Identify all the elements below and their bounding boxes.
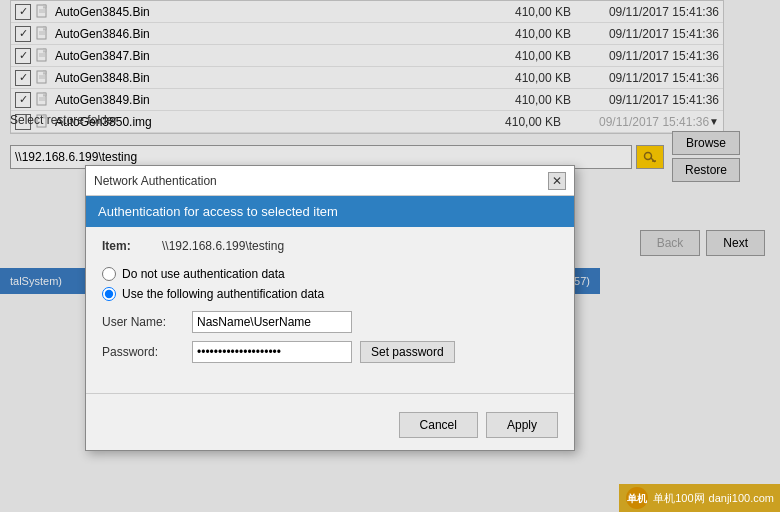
apply-button[interactable]: Apply (486, 412, 558, 438)
item-row: Item: \\192.168.6.199\testing (102, 239, 558, 253)
dialog-close-button[interactable]: ✕ (548, 172, 566, 190)
radio-use-auth[interactable] (102, 287, 116, 301)
radio-use-auth-row: Use the following authentification data (102, 287, 558, 301)
radio-use-auth-label: Use the following authentification data (122, 287, 324, 301)
watermark-icon: 单机 (625, 486, 649, 510)
watermark: 单机 单机100网 danji100.com (619, 484, 780, 512)
password-label: Password: (102, 345, 192, 359)
username-row: User Name: (102, 311, 558, 333)
watermark-domain: danji100.com (709, 492, 774, 504)
password-input[interactable] (192, 341, 352, 363)
dialog-header-text: Authentication for access to selected it… (98, 204, 338, 219)
password-row: Password: Set password (102, 341, 558, 363)
svg-text:单机: 单机 (627, 493, 648, 504)
dialog-footer: Cancel Apply (86, 404, 574, 450)
radio-no-auth-row: Do not use authentication data (102, 267, 558, 281)
dialog-title: Network Authentication (94, 174, 217, 188)
set-password-button[interactable]: Set password (360, 341, 455, 363)
dialog-titlebar: Network Authentication ✕ (86, 166, 574, 196)
network-auth-dialog: Network Authentication ✕ Authentication … (85, 165, 575, 451)
username-label: User Name: (102, 315, 192, 329)
dialog-header: Authentication for access to selected it… (86, 196, 574, 227)
username-input[interactable] (192, 311, 352, 333)
item-value: \\192.168.6.199\testing (162, 239, 284, 253)
item-label: Item: (102, 239, 162, 253)
cancel-button[interactable]: Cancel (399, 412, 478, 438)
watermark-text: 单机100网 (653, 491, 704, 506)
radio-no-auth-label: Do not use authentication data (122, 267, 285, 281)
dialog-body: Item: \\192.168.6.199\testing Do not use… (86, 227, 574, 383)
radio-no-auth[interactable] (102, 267, 116, 281)
dialog-divider (86, 393, 574, 394)
radio-group: Do not use authentication data Use the f… (102, 267, 558, 301)
